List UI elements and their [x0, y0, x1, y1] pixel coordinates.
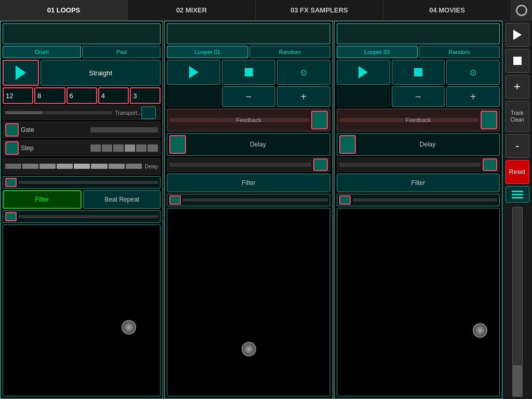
mid-mp-row: − + — [167, 86, 330, 107]
bottom-slider-track-right — [353, 198, 497, 202]
right-feedback-row[interactable]: Feedback — [337, 109, 500, 131]
mid-minus-button[interactable]: − — [222, 86, 275, 107]
right-plus-button[interactable]: + — [446, 86, 500, 107]
bottom-slider-knob-right[interactable] — [339, 195, 351, 205]
right-delay-row: Delay — [337, 133, 500, 156]
sidebar-minus-icon: - — [515, 139, 519, 153]
right-display — [337, 23, 500, 44]
nav-tab-movies[interactable]: 04 MOVIES — [383, 0, 511, 20]
num-cell-3[interactable]: 6 — [66, 87, 97, 104]
num-cell-5[interactable]: 3 — [130, 87, 161, 104]
filter-beat-row: Filter Beat Repeat — [3, 190, 161, 209]
mid-feedback-knob[interactable] — [311, 111, 328, 129]
bottom-slider-track-left — [19, 215, 158, 218]
sidebar-plus-button[interactable]: + — [506, 75, 529, 99]
menu-button[interactable] — [506, 186, 529, 203]
filter-button[interactable]: Filter — [3, 190, 82, 209]
tab-looper02[interactable]: Looper 02 — [337, 46, 418, 58]
step-knob[interactable] — [5, 141, 19, 155]
transport-track — [5, 111, 112, 114]
right-play-button[interactable] — [337, 60, 390, 85]
transport-fill — [5, 111, 43, 114]
right-feedback-knob[interactable] — [481, 111, 497, 129]
right-minus-button[interactable]: − — [392, 86, 445, 107]
left-column: Drum Pad Straight 12 8 6 4 3 Transport..… — [0, 21, 163, 399]
gate-label: Gate — [21, 126, 88, 134]
bottom-slider-track-mid — [183, 198, 327, 202]
top-nav: 01 LOOPS 02 MIXER 03 FX SAMPLERS 04 MOVI… — [0, 0, 532, 21]
bottom-slider-left[interactable] — [3, 210, 161, 223]
delay-tick-8 — [126, 164, 142, 169]
bottom-slider-mid[interactable] — [167, 194, 330, 206]
delay-tick-7 — [109, 164, 125, 169]
tab-random-right[interactable]: Random — [419, 46, 500, 58]
sidebar-plus-icon: + — [514, 80, 521, 94]
mid-filter-button[interactable]: Filter — [167, 174, 330, 192]
right-stop-button[interactable] — [392, 60, 445, 85]
mid-loop-button[interactable]: ⊙ — [277, 60, 330, 85]
tab-pad[interactable]: Pad — [82, 46, 161, 58]
right-delay-knob[interactable] — [339, 135, 356, 154]
right-transport-row: ⊙ — [337, 60, 500, 85]
tab-looper01[interactable]: Looper 01 — [167, 46, 248, 58]
track-clean-button[interactable]: TrackClean — [506, 101, 529, 132]
sidebar-scroll[interactable] — [512, 207, 523, 397]
xy-pad-mid[interactable] — [167, 208, 330, 396]
sidebar-minus-button[interactable]: - — [506, 134, 529, 158]
step-label: Step — [21, 144, 88, 152]
delay-tick-6 — [91, 164, 107, 169]
right-play-icon — [358, 66, 368, 78]
transport-slider[interactable]: Transport... — [3, 105, 161, 120]
bottom-slider-right[interactable] — [337, 194, 500, 206]
sidebar-stop-button[interactable] — [506, 49, 529, 73]
tab-drum[interactable]: Drum — [3, 46, 81, 58]
sidebar-play-icon — [513, 30, 522, 40]
small-slider[interactable] — [3, 176, 161, 189]
mid-stop-button[interactable] — [222, 60, 275, 85]
xy-pad-left[interactable] — [3, 224, 161, 396]
xy-pad-right[interactable] — [337, 208, 500, 396]
mid-vol-knob[interactable] — [313, 158, 328, 171]
mid-play-button[interactable] — [167, 60, 220, 85]
sidebar-stop-icon — [513, 57, 522, 65]
xy-cursor-left — [122, 320, 136, 335]
transport-btn[interactable] — [141, 107, 156, 119]
small-slider-knob[interactable] — [5, 178, 17, 187]
mid-vol-track — [169, 163, 311, 167]
num-cell-2[interactable]: 8 — [34, 87, 65, 104]
bottom-slider-knob-mid[interactable] — [169, 195, 181, 205]
mid-delay-knob[interactable] — [169, 135, 186, 154]
nav-tab-loops[interactable]: 01 LOOPS — [0, 0, 128, 20]
right-filter-button[interactable]: Filter — [337, 174, 500, 192]
tab-random-mid[interactable]: Random — [249, 46, 330, 58]
mid-feedback-row[interactable]: Feedback — [167, 109, 330, 131]
mid-plus-button[interactable]: + — [277, 86, 330, 107]
main-area: Drum Pad Straight 12 8 6 4 3 Transport..… — [0, 21, 532, 399]
reset-button[interactable]: Reset — [506, 160, 529, 184]
right-mp-row: − + — [337, 86, 500, 107]
right-loop-icon: ⊙ — [470, 68, 476, 77]
mid-display — [167, 23, 330, 44]
gate-bar[interactable] — [90, 127, 158, 132]
mid-feedback-label: Feedback — [236, 117, 261, 123]
mid-column: Looper 01 Random ⊙ − + Feedback — [164, 21, 332, 399]
tick-1 — [90, 144, 101, 152]
right-vol-knob[interactable] — [483, 158, 497, 171]
left-display — [3, 23, 161, 44]
nav-tab-fx-samplers[interactable]: 03 FX SAMPLERS — [256, 0, 383, 20]
num-cell-1[interactable]: 12 — [3, 87, 33, 104]
right-vol-slider-row[interactable] — [337, 157, 500, 172]
beat-repeat-button[interactable]: Beat Repeat — [83, 190, 161, 209]
gate-knob[interactable] — [5, 123, 19, 137]
play-button[interactable] — [3, 60, 39, 86]
mid-tab-row: Looper 01 Random — [167, 46, 330, 58]
delay-row[interactable]: Delay — [3, 158, 161, 175]
num-cell-4[interactable]: 4 — [98, 87, 129, 104]
mode-button[interactable]: Straight — [41, 60, 161, 86]
sidebar-play-button[interactable] — [506, 23, 529, 47]
nav-tab-mixer[interactable]: 02 MIXER — [128, 0, 256, 20]
right-loop-button[interactable]: ⊙ — [446, 60, 500, 85]
bottom-slider-knob-left[interactable] — [5, 212, 17, 221]
settings-button[interactable] — [511, 0, 532, 20]
mid-vol-slider-row[interactable] — [167, 157, 330, 172]
